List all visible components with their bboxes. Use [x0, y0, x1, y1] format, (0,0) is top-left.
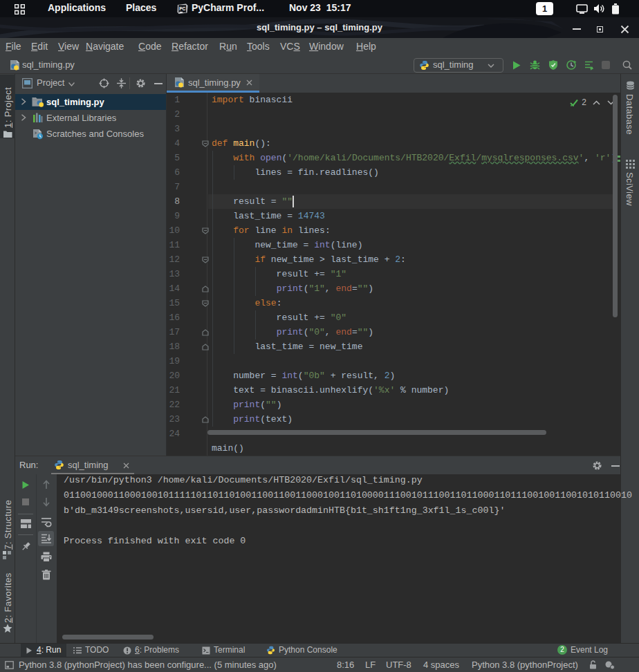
svg-text:PC: PC — [179, 6, 185, 11]
